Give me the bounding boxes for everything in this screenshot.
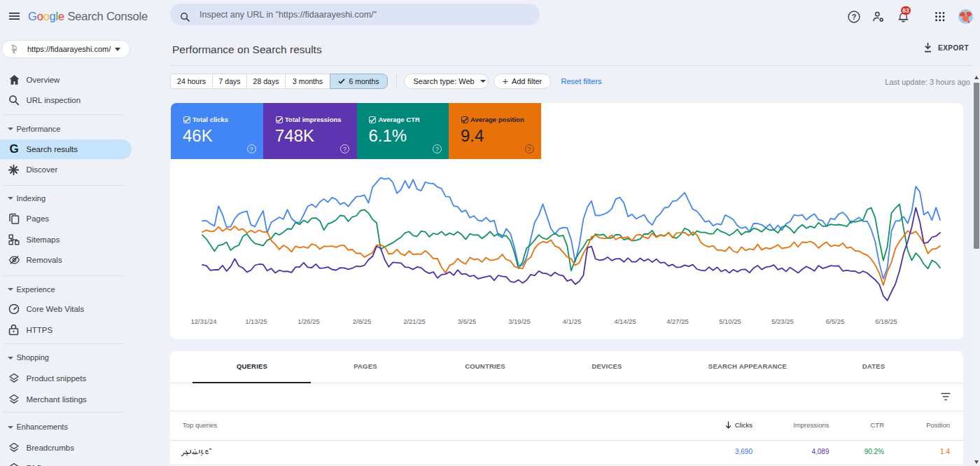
svg-text:?: ?: [851, 13, 856, 21]
